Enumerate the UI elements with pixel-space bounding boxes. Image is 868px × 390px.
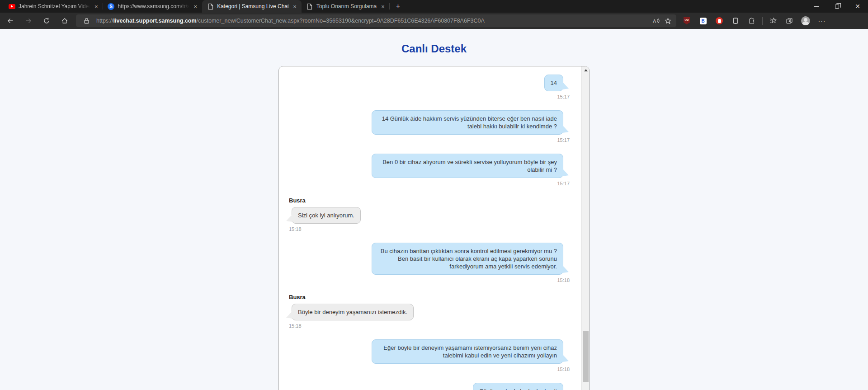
message-group-customer: Bu cihazın banttan çıktıktan sonra kontr…	[289, 243, 570, 283]
page-content: Canlı Destek 1415:1714 Günlük ȧide hakkı…	[0, 29, 868, 390]
back-icon[interactable]	[3, 14, 18, 28]
puzzle-extensions-icon[interactable]	[746, 15, 758, 27]
message-group-customer: 1415:17	[289, 75, 570, 99]
message-timestamp: 15:18	[289, 323, 302, 329]
document-icon	[207, 3, 214, 10]
document-icon	[306, 3, 313, 10]
agent-name: Busra	[289, 294, 306, 301]
tab-title: Kategori | Samsung Live Chat	[217, 3, 288, 9]
page-title: Canlı Destek	[0, 42, 868, 55]
ellipsis-menu-icon[interactable]: ···	[816, 15, 828, 27]
chat-bubble: Bu cihazın banttan çıktıktan sonra kontr…	[372, 243, 563, 275]
agent-name: Busra	[289, 197, 306, 204]
window-controls: ✕	[806, 0, 868, 13]
tab-title: Jahrein Schnitzel Yapım Videosu	[19, 3, 90, 9]
message-timestamp: 15:17	[557, 94, 570, 99]
bubble-tail	[562, 354, 569, 362]
close-icon[interactable]: ✕	[847, 0, 868, 13]
tab-close-icon[interactable]: ×	[93, 3, 99, 10]
chat-bubble: Sizi çok iyi anlıyorum.	[292, 207, 361, 224]
scrollbar-up-arrow-icon[interactable]	[582, 66, 590, 74]
bubble-tail	[562, 169, 569, 176]
chat-bubble: Çözüm aslında bu kadar basit	[473, 383, 563, 390]
samsung-icon: S	[108, 3, 115, 10]
chat-bubble: Böyle bir deneyim yaşamanızı istemezdik.	[292, 304, 414, 320]
chat-bubble: Ben 0 bir cihaz alıyorum ve sürekli serv…	[372, 154, 563, 178]
browser-tab-3[interactable]: Kategori | Samsung Live Chat×	[202, 0, 302, 13]
message-timestamp: 15:17	[557, 137, 570, 143]
chat-message-list: 1415:1714 Günlük ȧide hakkım servis yüzü…	[279, 66, 581, 390]
tab-title: https://www.samsung.com/tr/su	[118, 3, 189, 9]
profile-avatar-icon[interactable]	[800, 15, 811, 27]
message-group-agent: BusraSizi çok iyi anlıyorum.15:18	[289, 197, 570, 232]
url-path: /customer_new/CustomerChat_new.aspx?room…	[197, 18, 485, 24]
refresh-icon[interactable]	[39, 14, 54, 28]
chat-bubble: 14	[544, 75, 563, 91]
bubble-tail	[562, 82, 569, 89]
minimize-icon[interactable]	[806, 0, 826, 13]
ublock-shield-icon[interactable]: UO	[681, 15, 693, 27]
message-group-customer: Ben 0 bir cihaz alıyorum ve sürekli serv…	[289, 154, 570, 186]
chat-bubble: 14 Günlük ȧide hakkım servis yüzünden bi…	[372, 110, 563, 135]
bubble-tail	[286, 311, 292, 319]
browser-tab-2[interactable]: Shttps://www.samsung.com/tr/su×	[103, 0, 203, 13]
restore-icon[interactable]	[826, 0, 847, 13]
svg-text:A: A	[653, 19, 656, 24]
toolbar-divider	[762, 17, 763, 25]
browser-tab-1[interactable]: Jahrein Schnitzel Yapım Videosu×	[4, 0, 103, 13]
message-group-customer: 14 Günlük ȧide hakkım servis yüzünden bi…	[289, 110, 570, 143]
forward-icon	[21, 14, 36, 28]
url-scheme: https://	[96, 18, 113, 24]
message-group-customer: Eğer böyle bir deneyim yaşamamı istemiyo…	[289, 339, 570, 372]
favorites-hub-icon[interactable]	[767, 15, 779, 27]
hand-blocker-icon[interactable]	[713, 15, 725, 27]
url-text: https://livechat.support.samsung.com/cus…	[96, 18, 650, 24]
bubble-tail	[562, 125, 569, 133]
b-password-icon[interactable]: B	[697, 15, 709, 27]
tab-close-icon[interactable]: ×	[380, 3, 386, 10]
new-tab-button[interactable]: +	[393, 3, 403, 10]
message-timestamp: 15:17	[557, 181, 570, 186]
message-group-customer: Çözüm aslında bu kadar basit15:19	[289, 383, 570, 390]
bubble-tail	[286, 214, 292, 222]
bubble-tail	[562, 265, 569, 273]
lock-icon	[80, 15, 92, 26]
clipboard-icon[interactable]	[730, 15, 741, 27]
chat-bubble: Eğer böyle bir deneyim yaşamamı istemiyo…	[372, 339, 563, 364]
home-icon[interactable]	[57, 14, 72, 28]
message-timestamp: 15:18	[289, 226, 302, 232]
browser-tab-4[interactable]: Toplu Onarım Sorgulama×	[302, 0, 390, 13]
scrollbar-thumb[interactable]	[583, 331, 589, 382]
youtube-icon	[8, 3, 15, 10]
chat-panel: 1415:1714 Günlük ȧide hakkım servis yüzü…	[278, 66, 590, 390]
message-timestamp: 15:18	[557, 277, 570, 283]
tab-close-icon[interactable]: ×	[193, 3, 199, 10]
tab-close-icon[interactable]: ×	[292, 3, 298, 10]
url-host: livechat.support.samsung.com	[113, 18, 197, 24]
message-group-agent: BusraBöyle bir deneyim yaşamanızı isteme…	[289, 294, 570, 329]
tab-title: Toplu Onarım Sorgulama	[316, 3, 377, 9]
browser-titlebar: Jahrein Schnitzel Yapım Videosu×Shttps:/…	[0, 0, 868, 13]
favorite-star-add-icon[interactable]	[662, 15, 674, 26]
extensions-area: UO B ···	[681, 15, 828, 27]
browser-toolbar: https://livechat.support.samsung.com/cus…	[0, 13, 868, 29]
address-bar[interactable]: https://livechat.support.samsung.com/cus…	[76, 14, 676, 27]
read-aloud-icon[interactable]: A	[650, 15, 662, 26]
tab-strip: Jahrein Schnitzel Yapım Videosu×Shttps:/…	[0, 0, 390, 13]
collections-icon[interactable]	[783, 15, 795, 27]
message-timestamp: 15:18	[557, 367, 570, 372]
chat-scrollbar[interactable]	[581, 66, 589, 390]
